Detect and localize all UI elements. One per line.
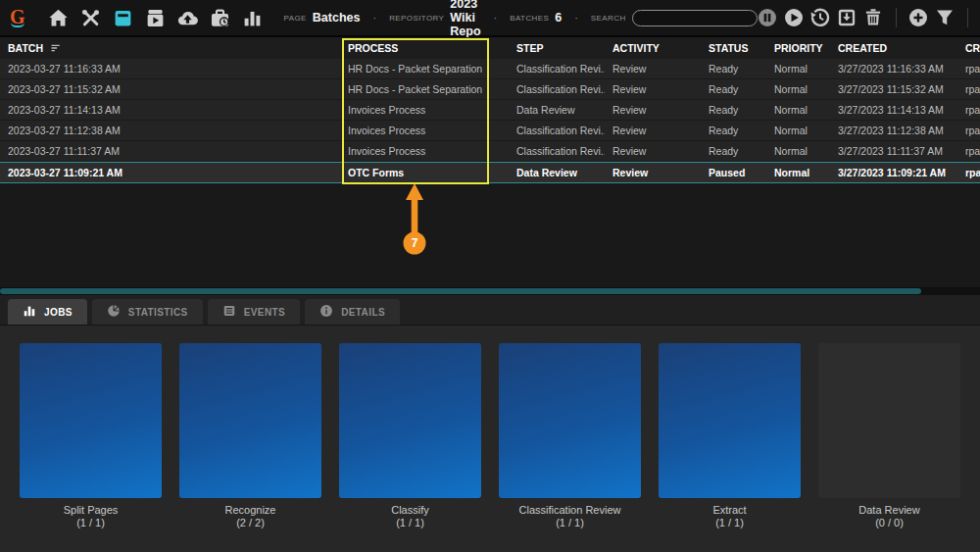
job-thumbnail[interactable] — [339, 343, 481, 498]
horizontal-scrollbar — [0, 287, 980, 295]
cell-status: Ready — [701, 83, 766, 95]
cell-step: Data Review — [509, 104, 605, 116]
cell-step: Classification Revi... — [509, 145, 605, 157]
column-header-created[interactable]: CREATED — [830, 42, 957, 54]
cell-created_by: rpat — [957, 167, 980, 178]
job-count: (1 / 1) — [339, 517, 481, 528]
cell-activity: Review — [605, 167, 701, 178]
job-card-classification-review[interactable]: Classification Review (1 / 1) — [499, 343, 641, 528]
grid-rows: 2023-03-27 11:16:33 AMHR Docs - Packet S… — [0, 59, 980, 183]
cell-status: Ready — [701, 145, 766, 157]
page-label: PAGE — [284, 14, 307, 23]
cell-step: Classification Revi... — [509, 63, 605, 75]
scrollbar-thumb[interactable] — [0, 288, 921, 294]
cell-priority: Normal — [766, 63, 830, 75]
table-row[interactable]: 2023-03-27 11:11:37 AMInvoices ProcessCl… — [0, 141, 980, 162]
cell-status: Paused — [701, 167, 766, 178]
grooper-logo[interactable]: G — [10, 8, 25, 27]
logo-letter: G — [10, 8, 25, 25]
table-row[interactable]: 2023-03-27 11:16:33 AMHR Docs - Packet S… — [0, 59, 980, 79]
tab-statistics[interactable]: STATISTICS — [92, 299, 203, 325]
column-header-process[interactable]: PROCESS — [340, 42, 509, 54]
job-card-recognize[interactable]: Recognize (2 / 2) — [179, 343, 321, 528]
cell-step: Classification Revi... — [509, 125, 605, 136]
job-activity-icon[interactable] — [144, 6, 168, 29]
nav-icon-group — [47, 6, 265, 29]
column-header-step[interactable]: STEP — [509, 42, 605, 54]
job-thumbnail[interactable] — [818, 343, 960, 498]
tab-details[interactable]: DETAILS — [305, 299, 400, 325]
breadcrumb: PAGE Batches · REPOSITORY 2023 Wiki Repo… — [284, 0, 758, 38]
history-icon[interactable] — [810, 8, 831, 28]
column-header-batch[interactable]: BATCH — [0, 42, 340, 54]
job-name: Extract — [659, 504, 801, 516]
cell-created: 3/27/2023 11:16:33 AM — [830, 63, 957, 75]
table-row[interactable]: 2023-03-27 11:15:32 AMHR Docs - Packet S… — [0, 79, 980, 100]
tools-icon[interactable] — [79, 6, 103, 29]
bar-chart-icon — [23, 304, 36, 320]
cell-created: 3/27/2023 11:15:32 AM — [830, 83, 957, 95]
table-row[interactable]: 2023-03-27 11:09:21 AMOTC FormsData Revi… — [0, 162, 980, 183]
separator-dot: · — [574, 12, 578, 24]
import-icon[interactable] — [837, 8, 858, 28]
repository-label: REPOSITORY — [389, 14, 444, 23]
play-icon[interactable] — [784, 8, 805, 28]
job-name: Data Review — [818, 504, 960, 516]
grid-header: BATCHPROCESSSTEPACTIVITYSTATUSPRIORITYCR… — [0, 37, 980, 59]
cell-activity: Review — [605, 125, 701, 136]
table-row[interactable]: 2023-03-27 11:12:38 AMInvoices ProcessCl… — [0, 121, 980, 141]
job-thumbnail[interactable] — [499, 343, 641, 498]
cell-batch: 2023-03-27 11:09:21 AM — [0, 167, 340, 178]
pause-icon[interactable] — [758, 8, 778, 28]
search-input[interactable] — [632, 10, 758, 26]
cell-batch: 2023-03-27 11:14:13 AM — [0, 104, 340, 116]
cell-created: 3/27/2023 11:09:21 AM — [830, 167, 957, 178]
cell-batch: 2023-03-27 11:16:33 AM — [0, 63, 340, 75]
batches-count-value: 6 — [555, 11, 562, 25]
column-header-status[interactable]: STATUS — [701, 42, 766, 54]
cell-created_by: rpat — [957, 83, 980, 95]
table-row[interactable]: 2023-03-27 11:14:13 AMInvoices ProcessDa… — [0, 100, 980, 121]
job-count: (0 / 0) — [818, 517, 960, 528]
cell-status: Ready — [701, 104, 766, 116]
cell-priority: Normal — [766, 145, 830, 157]
cell-batch: 2023-03-27 11:11:37 AM — [0, 145, 340, 157]
cell-created_by: rpat — [957, 104, 980, 116]
cell-created_by: rpat — [957, 145, 980, 157]
job-thumbnail[interactable] — [179, 343, 321, 498]
job-card-extract[interactable]: Extract (1 / 1) — [659, 343, 801, 528]
job-name: Classify — [339, 504, 481, 516]
filter-icon[interactable] — [935, 8, 956, 28]
cell-status: Ready — [701, 125, 766, 136]
scheduled-jobs-icon[interactable] — [209, 6, 232, 29]
delete-icon[interactable] — [863, 8, 884, 28]
job-card-data-review[interactable]: Data Review (0 / 0) — [818, 343, 960, 528]
tab-jobs[interactable]: JOBS — [8, 299, 87, 325]
job-thumbnail[interactable] — [659, 343, 801, 498]
column-header-created_by[interactable]: CRE — [957, 42, 980, 54]
cell-process: HR Docs - Packet Separation — [340, 63, 509, 75]
cell-process: Invoices Process — [340, 125, 509, 136]
repository-value[interactable]: 2023 Wiki Repo — [450, 0, 480, 38]
tab-events[interactable]: EVENTS — [208, 299, 300, 325]
batches-icon[interactable] — [112, 6, 135, 29]
job-thumbnail[interactable] — [20, 343, 162, 498]
job-card-split-pages[interactable]: Split Pages (1 / 1) — [20, 343, 162, 528]
list-icon — [222, 304, 236, 320]
cell-created: 3/27/2023 11:12:38 AM — [830, 125, 957, 136]
job-count: (2 / 2) — [179, 517, 321, 528]
cloud-upload-icon[interactable] — [176, 6, 200, 29]
cell-created: 3/27/2023 11:11:37 AM — [830, 145, 957, 157]
cell-batch: 2023-03-27 11:15:32 AM — [0, 83, 340, 95]
home-icon[interactable] — [47, 6, 71, 29]
cell-process: Invoices Process — [340, 104, 509, 116]
sort-icon[interactable] — [50, 42, 62, 54]
job-card-classify[interactable]: Classify (1 / 1) — [339, 343, 481, 528]
cell-activity: Review — [605, 104, 701, 116]
job-name: Split Pages — [20, 504, 162, 516]
add-icon[interactable] — [908, 8, 929, 28]
statistics-icon[interactable] — [241, 6, 265, 29]
toolbar-divider — [896, 8, 897, 27]
column-header-activity[interactable]: ACTIVITY — [605, 42, 701, 54]
column-header-priority[interactable]: PRIORITY — [766, 42, 830, 54]
